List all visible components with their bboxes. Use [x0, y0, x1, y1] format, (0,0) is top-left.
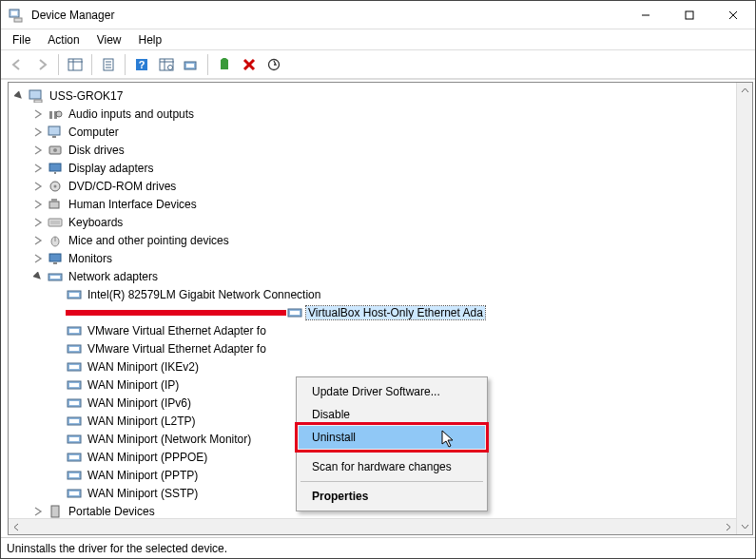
- chevron-right-icon[interactable]: [31, 162, 45, 175]
- device-item[interactable]: VMware Virtual Ethernet Adapter fo: [10, 339, 750, 357]
- nic-icon: [66, 450, 83, 465]
- ctx-update-driver[interactable]: Update Driver Software...: [299, 380, 485, 403]
- category-item[interactable]: Human Interface Devices: [10, 195, 750, 213]
- chevron-right-icon[interactable]: [31, 505, 45, 518]
- category-label: Keyboards: [67, 216, 125, 229]
- status-text: Uninstalls the driver for the selected d…: [7, 542, 227, 555]
- category-label: DVD/CD-ROM drives: [67, 180, 178, 193]
- scroll-up-button[interactable]: [737, 83, 752, 99]
- svg-point-34: [53, 148, 57, 152]
- forward-button[interactable]: [29, 53, 54, 76]
- scan-hardware-button[interactable]: [154, 53, 179, 76]
- chevron-right-icon[interactable]: [31, 107, 45, 121]
- category-item[interactable]: Monitors: [10, 249, 750, 267]
- category-icon: [47, 197, 64, 212]
- category-label: Mice and other pointing devices: [67, 234, 231, 247]
- category-label: Monitors: [67, 252, 114, 265]
- category-item[interactable]: Audio inputs and outputs: [10, 105, 750, 123]
- chevron-right-icon[interactable]: [31, 125, 45, 139]
- category-label: Computer: [67, 125, 121, 139]
- category-icon: [47, 125, 64, 140]
- menu-help[interactable]: Help: [131, 31, 170, 48]
- svg-rect-74: [51, 506, 59, 517]
- chevron-right-icon[interactable]: [31, 252, 45, 265]
- category-icon: [47, 161, 64, 176]
- category-icon: [47, 233, 64, 248]
- category-label: Audio inputs and outputs: [67, 107, 196, 121]
- category-item[interactable]: Keyboards: [10, 213, 750, 231]
- svg-rect-7: [68, 59, 82, 70]
- category-item[interactable]: Disk drives: [10, 141, 750, 159]
- scroll-down-button[interactable]: [737, 518, 752, 534]
- category-item[interactable]: Display adapters: [10, 159, 750, 177]
- scroll-left-button[interactable]: [9, 519, 25, 534]
- category-item[interactable]: Computer: [10, 123, 750, 141]
- chevron-down-icon[interactable]: [31, 270, 45, 283]
- ctx-uninstall[interactable]: Uninstall: [299, 426, 485, 449]
- device-item[interactable]: WAN Miniport (IKEv2): [10, 357, 750, 376]
- nic-icon: [66, 377, 83, 393]
- network-icon: [47, 269, 64, 284]
- device-manager-window: Device Manager File Action View Help ?: [0, 0, 756, 559]
- category-item[interactable]: Mice and other pointing devices: [10, 231, 750, 249]
- tree-root[interactable]: USS-GROK17: [10, 87, 750, 105]
- uninstall-button[interactable]: [237, 53, 262, 76]
- svg-rect-55: [69, 329, 79, 333]
- toolbar: ?: [1, 50, 755, 79]
- device-item-selected[interactable]: VirtualBox Host-Only Ethernet Ada: [10, 303, 750, 321]
- minimize-button[interactable]: [624, 1, 668, 29]
- ctx-separator: [300, 452, 483, 453]
- enable-button[interactable]: [212, 53, 237, 76]
- chevron-right-icon[interactable]: [31, 198, 45, 211]
- show-hide-tree-button[interactable]: [63, 53, 87, 76]
- category-network-adapters[interactable]: Network adapters: [10, 267, 750, 285]
- menu-file[interactable]: File: [5, 31, 38, 48]
- nic-icon: [66, 323, 83, 338]
- device-tree[interactable]: USS-GROK17 Audio inputs and outputsCompu…: [8, 82, 753, 535]
- device-item[interactable]: VMware Virtual Ethernet Adapter fo: [10, 321, 750, 339]
- chevron-right-icon[interactable]: [31, 234, 45, 247]
- svg-rect-59: [69, 365, 79, 369]
- nic-icon: [66, 468, 83, 483]
- svg-rect-51: [69, 293, 79, 297]
- nic-icon: [66, 414, 83, 429]
- svg-rect-47: [53, 262, 57, 264]
- ctx-disable[interactable]: Disable: [299, 403, 485, 426]
- chevron-down-icon[interactable]: [12, 89, 26, 103]
- svg-rect-31: [48, 126, 60, 135]
- chevron-right-icon[interactable]: [31, 144, 45, 157]
- svg-rect-67: [69, 437, 79, 441]
- category-label: Display adapters: [67, 162, 155, 175]
- chevron-right-icon[interactable]: [31, 180, 45, 193]
- vertical-scrollbar[interactable]: [736, 83, 752, 534]
- nic-icon: [66, 486, 83, 501]
- menu-view[interactable]: View: [89, 31, 129, 48]
- maximize-button[interactable]: [668, 1, 711, 29]
- scroll-track[interactable]: [25, 519, 720, 534]
- back-button[interactable]: [5, 53, 29, 76]
- ctx-properties[interactable]: Properties: [299, 485, 485, 508]
- close-button[interactable]: [711, 1, 755, 29]
- horizontal-scrollbar[interactable]: [9, 518, 736, 534]
- ctx-scan[interactable]: Scan for hardware changes: [299, 455, 485, 478]
- nic-icon: [286, 305, 303, 320]
- update-driver-button[interactable]: [179, 53, 204, 76]
- svg-rect-46: [49, 254, 61, 261]
- scroll-track[interactable]: [737, 99, 752, 518]
- category-item[interactable]: DVD/CD-ROM drives: [10, 177, 750, 195]
- window-title: Device Manager: [31, 9, 624, 22]
- svg-rect-61: [69, 383, 79, 387]
- svg-rect-39: [49, 202, 59, 208]
- ctx-separator: [300, 481, 483, 482]
- properties-button[interactable]: [96, 53, 121, 76]
- device-item[interactable]: Intel(R) 82579LM Gigabit Network Connect…: [10, 285, 750, 303]
- disable-button[interactable]: [262, 53, 286, 76]
- svg-rect-4: [686, 11, 693, 19]
- menu-action[interactable]: Action: [40, 31, 87, 48]
- scroll-right-button[interactable]: [720, 519, 736, 534]
- svg-rect-27: [34, 100, 42, 103]
- help-button[interactable]: ?: [129, 53, 154, 76]
- svg-rect-26: [29, 90, 41, 99]
- chevron-right-icon[interactable]: [31, 216, 45, 229]
- svg-rect-1: [11, 11, 17, 15]
